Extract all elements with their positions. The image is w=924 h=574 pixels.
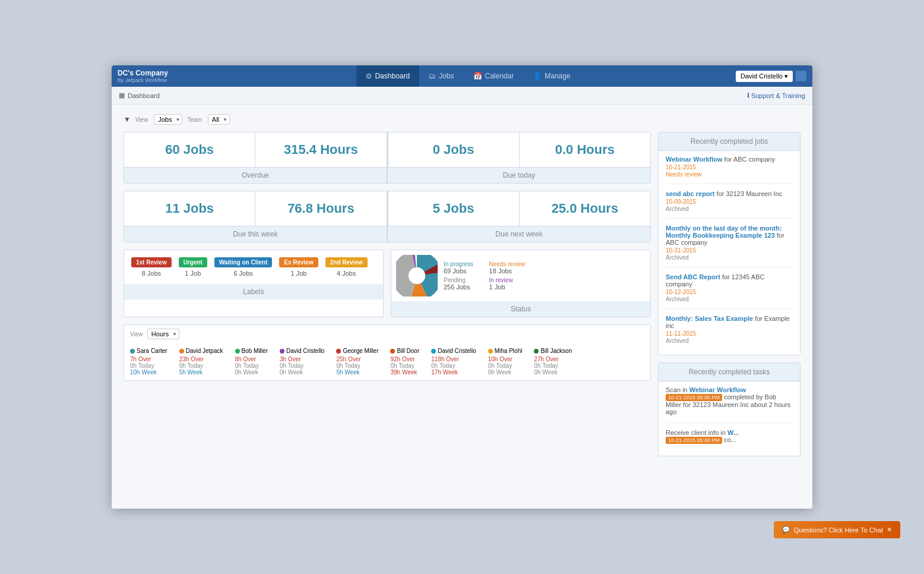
team-select[interactable]: All bbox=[208, 114, 230, 125]
label-badge-ex-review: Ex Review bbox=[279, 257, 318, 267]
support-label: Support & Training bbox=[751, 92, 805, 99]
job-item-2: send abc report for 32123 Maureen Inc 10… bbox=[666, 190, 793, 219]
due-today-jobs-cell: 0 Jobs bbox=[387, 133, 520, 167]
job-link-1[interactable]: Webinar Workflow bbox=[666, 156, 723, 163]
legend-in-progress-label: In progress bbox=[444, 261, 473, 267]
label-badge-first-review: 1st Review bbox=[131, 257, 172, 267]
david-c2-today: 0h Today bbox=[431, 362, 455, 369]
filters-row: ▼ View Jobs Team All bbox=[124, 114, 800, 125]
job-date-5: 11-11-2015 bbox=[666, 330, 793, 337]
task-timestamp-1: 10-21-2015 05:00 PM bbox=[666, 394, 722, 401]
task-link-1[interactable]: Webinar Workflow bbox=[689, 386, 746, 393]
right-panel: Recently completed jobs Webinar Workflow… bbox=[658, 132, 800, 463]
recent-jobs-card: Recently completed jobs Webinar Workflow… bbox=[658, 132, 800, 355]
job-item-4: Send ABC Report for 12345 ABC company 10… bbox=[666, 273, 793, 309]
david-c-dot bbox=[280, 349, 284, 354]
manage-icon: 👤 bbox=[533, 72, 542, 80]
job-item-1: Webinar Workflow for ABC company 10-21-2… bbox=[666, 156, 793, 184]
person-sara-name: Sara Carter bbox=[130, 348, 167, 354]
view-select[interactable]: Jobs bbox=[154, 114, 182, 125]
bob-today: 0h Today bbox=[235, 362, 259, 369]
stats-section-top: 60 Jobs 315.4 Hours 0 Jobs 0.0 Hours bbox=[124, 132, 651, 184]
george-dot bbox=[336, 349, 341, 354]
person-bob: Bob Miller 8h Over 0h Today 0h Week bbox=[235, 348, 268, 376]
hours-view-label: View bbox=[130, 331, 143, 338]
status-section: In progress 69 Jobs Needs review 18 Jobs… bbox=[391, 250, 651, 317]
legend-pending-label: Pending bbox=[444, 277, 466, 283]
recent-tasks-body: Scan in Webinar Workflow 10-21-2015 05:0… bbox=[659, 381, 800, 456]
job-title-1: Webinar Workflow for ABC company bbox=[666, 156, 793, 163]
overdue-hours-value: 315.4 Hours bbox=[261, 142, 380, 157]
sara-dot bbox=[130, 349, 135, 354]
nav-manage[interactable]: 👤 Manage bbox=[523, 65, 580, 87]
job-date-3: 10-31-2015 bbox=[666, 247, 793, 254]
main-content: ▼ View Jobs Team All 60 Jobs bbox=[112, 105, 812, 509]
person-bill-d: Bill Door 92h Over 0h Today 39h Week bbox=[390, 348, 419, 376]
david-j-over: 23h Over bbox=[179, 356, 204, 362]
nav-calendar[interactable]: 📅 Calendar bbox=[464, 65, 524, 87]
job-link-2[interactable]: send abc report bbox=[666, 190, 715, 197]
job-status-4: Archived bbox=[666, 296, 793, 302]
nav-jobs[interactable]: 🗂 Jobs bbox=[419, 65, 463, 87]
job-link-4[interactable]: Send ABC Report bbox=[666, 273, 720, 280]
label-badge-waiting: Waiting on Client bbox=[214, 257, 272, 267]
bob-week: 0h Week bbox=[235, 369, 258, 376]
stats-row-top: 60 Jobs 315.4 Hours 0 Jobs 0.0 Hours bbox=[124, 133, 650, 168]
nav-settings-square[interactable] bbox=[796, 71, 806, 81]
job-status-5: Archived bbox=[666, 338, 793, 344]
bill-d-over: 92h Over bbox=[390, 356, 414, 362]
labels-list: 1st Review 8 Jobs Urgent 1 Job Waiting o… bbox=[131, 257, 376, 277]
person-david-c2-name: David Cristello bbox=[431, 348, 476, 354]
stats-row-bottom: 11 Jobs 76.8 Hours 5 Jobs 25.0 Hours bbox=[124, 191, 650, 226]
team-label: Team bbox=[187, 116, 201, 123]
stats-labels-row1: Overdue Due today bbox=[124, 168, 650, 183]
george-over: 25h Over bbox=[336, 356, 360, 362]
david-c2-over: 118h Over bbox=[431, 356, 459, 362]
job-date-4: 10-12-2015 bbox=[666, 289, 793, 295]
job-suffix-2: for 32123 Maureen Inc bbox=[717, 190, 783, 197]
hours-select[interactable]: Hours bbox=[147, 329, 179, 339]
person-bill-j: Bill Jackson 27h Over 0h Today 0h Week bbox=[534, 348, 572, 376]
label-item-waiting: Waiting on Client 6 Jobs bbox=[214, 257, 272, 277]
legend-in-review-label: In review bbox=[489, 277, 513, 283]
support-link[interactable]: ℹ Support & Training bbox=[747, 92, 805, 99]
due-week-label: Due this week bbox=[124, 226, 388, 242]
top-nav: DC's Company By Jetpack Workflow ⊙ Dashb… bbox=[112, 65, 812, 87]
due-today-hours-cell: 0.0 Hours bbox=[520, 133, 650, 167]
sara-week: 10h Week bbox=[130, 369, 157, 376]
david-j-today: 0h Today bbox=[179, 362, 203, 369]
nav-dashboard[interactable]: ⊙ Dashboard bbox=[356, 65, 419, 87]
hours-section: View Hours Sara Carter bbox=[124, 324, 651, 381]
user-button[interactable]: David Cristello ▾ bbox=[736, 71, 793, 82]
recent-tasks-header: Recently completed tasks bbox=[659, 363, 800, 381]
calendar-icon: 📅 bbox=[473, 72, 482, 80]
miha-dot bbox=[488, 349, 493, 354]
job-link-3[interactable]: Monthly on the last day of the month: Mo… bbox=[666, 225, 782, 239]
main-panel: 60 Jobs 315.4 Hours 0 Jobs 0.0 Hours bbox=[124, 132, 651, 388]
person-george: George Miller 25h Over 0h Today 5h Week bbox=[336, 348, 378, 376]
status-footer: Status bbox=[391, 301, 650, 317]
person-sara: Sara Carter 7h Over 0h Today 10h Week bbox=[130, 348, 167, 376]
due-today-label: Due today bbox=[388, 168, 650, 183]
job-link-5[interactable]: Monthly: Sales Tax Example bbox=[666, 315, 753, 322]
bill-d-week: 39h Week bbox=[390, 369, 417, 376]
task-link-2[interactable]: W... bbox=[727, 429, 739, 436]
due-next-jobs-value: 5 Jobs bbox=[394, 201, 513, 216]
david-c-today: 0h Today bbox=[280, 362, 303, 369]
job-title-4: Send ABC Report for 12345 ABC company bbox=[666, 273, 793, 288]
label-count-ex-review: 1 Job bbox=[291, 270, 307, 277]
task-text-1: Scan in Webinar Workflow 10-21-2015 05:0… bbox=[666, 386, 793, 415]
stats-section-bottom: 11 Jobs 76.8 Hours 5 Jobs 25.0 Hours bbox=[124, 191, 651, 242]
due-week-hours-cell: 76.8 Hours bbox=[255, 191, 387, 226]
recent-jobs-header: Recently completed jobs bbox=[659, 133, 800, 151]
svg-point-5 bbox=[409, 267, 425, 284]
overdue-jobs-cell: 60 Jobs bbox=[124, 133, 255, 167]
label-item-urgent: Urgent 1 Job bbox=[179, 257, 207, 277]
due-next-label: Due next week bbox=[388, 226, 650, 242]
due-week-jobs-value: 11 Jobs bbox=[130, 201, 249, 216]
david-c-over: 3h Over bbox=[280, 356, 301, 362]
recent-jobs-body: Webinar Workflow for ABC company 10-21-2… bbox=[659, 151, 800, 355]
hours-filter: View Hours bbox=[124, 325, 650, 343]
legend-in-progress: In progress 69 Jobs bbox=[444, 261, 480, 275]
job-date-1: 10-21-2015 bbox=[666, 164, 793, 171]
